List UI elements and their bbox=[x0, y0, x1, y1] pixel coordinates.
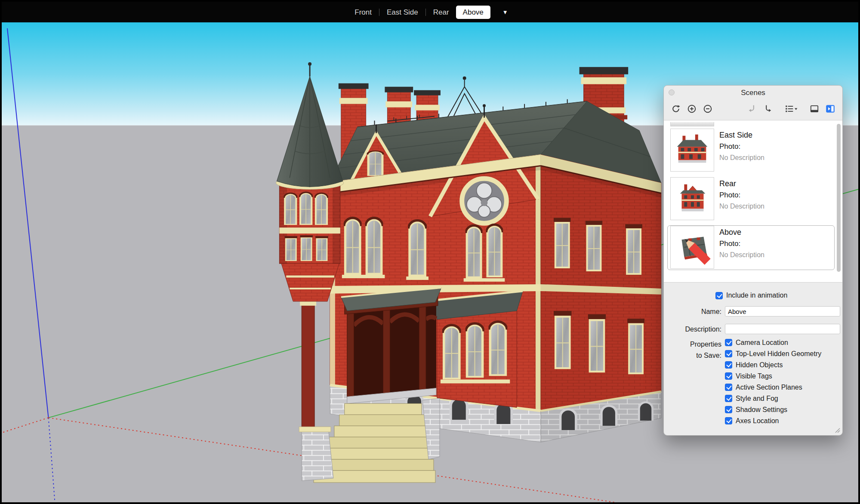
property-row: Camera Location bbox=[725, 339, 821, 346]
include-in-animation-row: Include in animation bbox=[715, 292, 787, 299]
upper-windows-front bbox=[342, 218, 505, 282]
include-in-animation-label: Include in animation bbox=[726, 292, 787, 299]
arrow-up-curve-icon bbox=[763, 104, 773, 114]
scene-name: East Side bbox=[719, 131, 764, 140]
scene-description: No Description bbox=[719, 154, 764, 162]
style-and-fog-checkbox[interactable] bbox=[725, 395, 732, 402]
tab-above[interactable]: Above bbox=[456, 6, 490, 19]
show-details-button[interactable] bbox=[824, 103, 836, 115]
scene-name: Rear bbox=[719, 179, 764, 188]
scene-list: East Side Photo: No Description bbox=[664, 120, 842, 283]
scenes-panel-title: Scenes bbox=[664, 89, 842, 97]
properties-to-save-label: Properties to Save: bbox=[666, 339, 721, 361]
axes-location-checkbox[interactable] bbox=[725, 417, 732, 424]
property-row: Top-Level Hidden Geometry bbox=[725, 350, 821, 357]
scene-item-partial[interactable] bbox=[670, 122, 714, 126]
property-row: Axes Location bbox=[725, 417, 821, 424]
property-row: Visible Tags bbox=[725, 372, 821, 380]
scene-description: No Description bbox=[719, 251, 764, 259]
east-side-thumbnail bbox=[671, 129, 714, 171]
rear-thumbnail bbox=[671, 178, 714, 220]
shadow-settings-checkbox[interactable] bbox=[725, 406, 732, 413]
property-label: Axes Location bbox=[736, 417, 779, 425]
visible-tags-checkbox[interactable] bbox=[725, 372, 732, 380]
tab-front[interactable]: Front bbox=[348, 6, 379, 19]
panel-resize-handle[interactable] bbox=[834, 427, 840, 433]
add-scene-button[interactable] bbox=[686, 103, 698, 115]
scene-description-input[interactable] bbox=[725, 324, 840, 334]
bay-window bbox=[431, 291, 523, 408]
properties-to-save-list: Camera Location Top-Level Hidden Geometr… bbox=[725, 339, 821, 424]
list-options-icon bbox=[784, 104, 798, 114]
scenes-panel-titlebar: Scenes bbox=[664, 86, 842, 99]
camera-location-checkbox[interactable] bbox=[725, 339, 732, 346]
tab-overflow-button[interactable]: ▼ bbox=[498, 6, 512, 18]
scene-description: No Description bbox=[719, 203, 764, 210]
tab-separator bbox=[379, 9, 379, 16]
scene-thumbnail bbox=[670, 177, 714, 220]
properties-label-line1: Properties bbox=[666, 339, 721, 350]
scene-thumbnail bbox=[670, 129, 714, 172]
remove-scene-button[interactable] bbox=[702, 103, 714, 115]
scene-photo-label: Photo: bbox=[719, 240, 764, 248]
porch bbox=[341, 288, 441, 404]
property-label: Active Section Planes bbox=[736, 384, 802, 391]
show-thumbnails-button[interactable] bbox=[808, 103, 820, 115]
property-label: Visible Tags bbox=[736, 372, 772, 380]
property-row: Style and Fog bbox=[725, 395, 821, 402]
scene-item-above[interactable]: Above Photo: No Description bbox=[667, 225, 835, 270]
panel-bottom-icon bbox=[809, 104, 820, 114]
property-label: Camera Location bbox=[736, 339, 788, 347]
quatrefoil-ornament bbox=[462, 178, 507, 223]
scene-thumbnail bbox=[670, 226, 714, 269]
move-scene-up-button[interactable] bbox=[762, 103, 774, 115]
refresh-icon bbox=[671, 104, 681, 114]
scene-tab-bar: Front East Side Rear Above ▼ bbox=[2, 2, 858, 22]
plus-circle-icon bbox=[687, 104, 697, 114]
3d-viewport[interactable]: Scenes bbox=[2, 22, 858, 502]
move-scene-down-button[interactable] bbox=[746, 103, 758, 115]
property-row: Shadow Settings bbox=[725, 406, 821, 413]
property-label: Style and Fog bbox=[736, 395, 778, 403]
scene-photo-label: Photo: bbox=[719, 191, 764, 200]
arrow-down-curve-icon bbox=[747, 104, 757, 114]
scene-photo-label: Photo: bbox=[719, 142, 764, 151]
view-options-button[interactable] bbox=[783, 103, 799, 115]
update-scene-button[interactable] bbox=[670, 103, 682, 115]
scene-name-input[interactable] bbox=[725, 306, 840, 317]
properties-label-line2: to Save: bbox=[666, 350, 721, 361]
property-label: Hidden Objects bbox=[736, 361, 783, 369]
tab-east-side[interactable]: East Side bbox=[380, 6, 425, 19]
scene-item-rear[interactable]: Rear Photo: No Description bbox=[667, 177, 835, 221]
top-level-hidden-geometry-checkbox[interactable] bbox=[725, 350, 732, 357]
scene-tabs: Front East Side Rear Above ▼ bbox=[348, 6, 512, 19]
sketchup-window: Front East Side Rear Above ▼ bbox=[0, 0, 860, 504]
modified-pencil-icon bbox=[674, 229, 717, 271]
minus-circle-icon bbox=[703, 104, 713, 114]
scene-name: Above bbox=[719, 228, 764, 237]
tab-rear[interactable]: Rear bbox=[426, 6, 456, 19]
include-in-animation-checkbox[interactable] bbox=[715, 292, 723, 299]
description-label: Description: bbox=[666, 326, 721, 333]
name-label: Name: bbox=[666, 308, 721, 316]
property-label: Shadow Settings bbox=[736, 406, 787, 414]
property-row: Hidden Objects bbox=[725, 361, 821, 369]
active-section-planes-checkbox[interactable] bbox=[725, 384, 732, 391]
property-label: Top-Level Hidden Geometry bbox=[736, 350, 821, 358]
scene-list-scrollbar[interactable] bbox=[837, 124, 841, 272]
hidden-objects-checkbox[interactable] bbox=[725, 361, 732, 369]
panel-right-blue-icon bbox=[825, 104, 835, 114]
property-row: Active Section Planes bbox=[725, 384, 821, 391]
scenes-toolbar bbox=[664, 99, 842, 118]
tab-separator bbox=[425, 9, 426, 16]
scene-item-east-side[interactable]: East Side Photo: No Description bbox=[667, 128, 835, 173]
scenes-panel: Scenes bbox=[663, 85, 843, 436]
